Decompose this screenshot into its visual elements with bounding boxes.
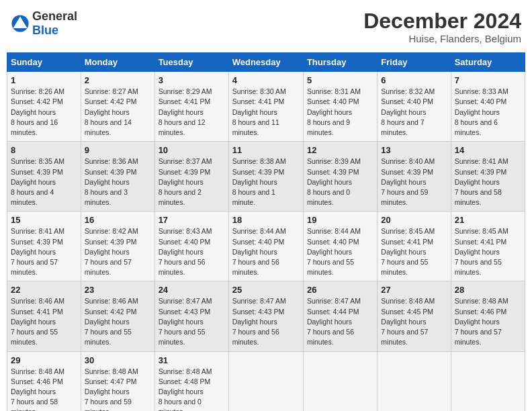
calendar-day-cell: 20 Sunrise: 8:45 AMSunset: 4:41 PMDaylig… (378, 212, 451, 281)
calendar-day-cell: 30 Sunrise: 8:48 AMSunset: 4:47 PMDaylig… (81, 351, 154, 411)
calendar-header-row: SundayMondayTuesdayWednesdayThursdayFrid… (7, 53, 525, 72)
location-title: Huise, Flanders, Belgium (363, 33, 521, 44)
day-number: 28 (455, 285, 521, 295)
calendar-table: SundayMondayTuesdayWednesdayThursdayFrid… (7, 52, 525, 411)
day-detail: Sunrise: 8:31 AMSunset: 4:40 PMDaylight … (307, 87, 361, 136)
calendar-day-cell: 4 Sunrise: 8:30 AMSunset: 4:41 PMDayligh… (228, 72, 303, 142)
day-detail: Sunrise: 8:44 AMSunset: 4:40 PMDaylight … (307, 227, 361, 276)
day-number: 29 (11, 355, 77, 365)
calendar-day-cell: 19 Sunrise: 8:44 AMSunset: 4:40 PMDaylig… (303, 212, 377, 281)
day-detail: Sunrise: 8:40 AMSunset: 4:39 PMDaylight … (381, 157, 435, 206)
day-detail: Sunrise: 8:48 AMSunset: 4:47 PMDaylight … (85, 367, 138, 411)
day-number: 22 (11, 285, 77, 295)
weekday-header: Sunday (7, 53, 81, 72)
weekday-header: Tuesday (154, 53, 228, 72)
calendar-day-cell (378, 351, 451, 411)
logo: General Blue (11, 9, 77, 38)
day-detail: Sunrise: 8:48 AMSunset: 4:46 PMDaylight … (455, 297, 508, 346)
day-detail: Sunrise: 8:47 AMSunset: 4:43 PMDaylight … (159, 297, 212, 346)
day-number: 13 (381, 145, 447, 155)
day-detail: Sunrise: 8:39 AMSunset: 4:39 PMDaylight … (307, 157, 361, 206)
calendar-day-cell: 18 Sunrise: 8:44 AMSunset: 4:40 PMDaylig… (228, 212, 303, 281)
calendar-day-cell: 2 Sunrise: 8:27 AMSunset: 4:42 PMDayligh… (81, 72, 154, 142)
calendar-day-cell (303, 351, 377, 411)
day-number: 4 (232, 75, 300, 85)
month-title: December 2024 (363, 9, 521, 33)
calendar-day-cell: 8 Sunrise: 8:35 AMSunset: 4:39 PMDayligh… (7, 142, 81, 212)
day-number: 20 (381, 215, 447, 225)
weekday-header: Monday (81, 53, 154, 72)
day-number: 12 (307, 145, 373, 155)
day-detail: Sunrise: 8:35 AMSunset: 4:39 PMDaylight … (11, 157, 64, 206)
calendar-day-cell: 27 Sunrise: 8:48 AMSunset: 4:45 PMDaylig… (378, 281, 451, 351)
day-detail: Sunrise: 8:43 AMSunset: 4:40 PMDaylight … (159, 227, 212, 276)
weekday-header: Wednesday (228, 53, 303, 72)
day-detail: Sunrise: 8:46 AMSunset: 4:41 PMDaylight … (11, 297, 64, 346)
calendar-week-row: 29 Sunrise: 8:48 AMSunset: 4:46 PMDaylig… (7, 351, 525, 411)
logo-text: General Blue (32, 9, 77, 38)
calendar-week-row: 15 Sunrise: 8:41 AMSunset: 4:39 PMDaylig… (7, 212, 525, 281)
day-detail: Sunrise: 8:45 AMSunset: 4:41 PMDaylight … (381, 227, 435, 276)
calendar-day-cell: 31 Sunrise: 8:48 AMSunset: 4:48 PMDaylig… (154, 351, 228, 411)
day-number: 25 (232, 285, 300, 295)
day-number: 5 (307, 75, 373, 85)
day-number: 31 (159, 355, 225, 365)
calendar-day-cell: 7 Sunrise: 8:33 AMSunset: 4:40 PMDayligh… (451, 72, 525, 142)
weekday-header: Friday (378, 53, 451, 72)
day-number: 6 (381, 75, 447, 85)
day-detail: Sunrise: 8:47 AMSunset: 4:43 PMDaylight … (232, 297, 286, 346)
day-detail: Sunrise: 8:29 AMSunset: 4:41 PMDaylight … (159, 87, 212, 136)
day-number: 8 (11, 145, 77, 155)
day-number: 9 (85, 145, 151, 155)
day-detail: Sunrise: 8:27 AMSunset: 4:42 PMDaylight … (85, 87, 138, 136)
day-number: 18 (232, 215, 300, 225)
day-detail: Sunrise: 8:48 AMSunset: 4:46 PMDaylight … (11, 367, 64, 411)
calendar-day-cell: 5 Sunrise: 8:31 AMSunset: 4:40 PMDayligh… (303, 72, 377, 142)
day-detail: Sunrise: 8:48 AMSunset: 4:48 PMDaylight … (159, 367, 212, 411)
calendar-day-cell: 3 Sunrise: 8:29 AMSunset: 4:41 PMDayligh… (154, 72, 228, 142)
day-detail: Sunrise: 8:46 AMSunset: 4:42 PMDaylight … (85, 297, 138, 346)
day-detail: Sunrise: 8:44 AMSunset: 4:40 PMDaylight … (232, 227, 286, 276)
day-detail: Sunrise: 8:47 AMSunset: 4:44 PMDaylight … (307, 297, 361, 346)
day-number: 17 (159, 215, 225, 225)
calendar-day-cell: 21 Sunrise: 8:45 AMSunset: 4:41 PMDaylig… (451, 212, 525, 281)
day-detail: Sunrise: 8:36 AMSunset: 4:39 PMDaylight … (85, 157, 138, 206)
day-number: 21 (455, 215, 521, 225)
day-detail: Sunrise: 8:38 AMSunset: 4:39 PMDaylight … (232, 157, 286, 206)
logo-blue: Blue (32, 24, 58, 37)
calendar-day-cell: 15 Sunrise: 8:41 AMSunset: 4:39 PMDaylig… (7, 212, 81, 281)
calendar-day-cell: 11 Sunrise: 8:38 AMSunset: 4:39 PMDaylig… (228, 142, 303, 212)
calendar-day-cell: 26 Sunrise: 8:47 AMSunset: 4:44 PMDaylig… (303, 281, 377, 351)
weekday-header: Thursday (303, 53, 377, 72)
day-detail: Sunrise: 8:26 AMSunset: 4:42 PMDaylight … (11, 87, 64, 136)
day-detail: Sunrise: 8:41 AMSunset: 4:39 PMDaylight … (11, 227, 64, 276)
calendar-day-cell (228, 351, 303, 411)
calendar-week-row: 8 Sunrise: 8:35 AMSunset: 4:39 PMDayligh… (7, 142, 525, 212)
day-number: 15 (11, 215, 77, 225)
day-number: 24 (159, 285, 225, 295)
calendar-day-cell: 12 Sunrise: 8:39 AMSunset: 4:39 PMDaylig… (303, 142, 377, 212)
day-detail: Sunrise: 8:48 AMSunset: 4:45 PMDaylight … (381, 297, 435, 346)
day-number: 19 (307, 215, 373, 225)
calendar-day-cell (451, 351, 525, 411)
svg-rect-2 (15, 26, 26, 29)
day-number: 14 (455, 145, 521, 155)
day-number: 30 (85, 355, 151, 365)
day-number: 16 (85, 215, 151, 225)
calendar-day-cell: 23 Sunrise: 8:46 AMSunset: 4:42 PMDaylig… (81, 281, 154, 351)
day-number: 23 (85, 285, 151, 295)
day-number: 10 (159, 145, 225, 155)
calendar-day-cell: 25 Sunrise: 8:47 AMSunset: 4:43 PMDaylig… (228, 281, 303, 351)
day-detail: Sunrise: 8:42 AMSunset: 4:39 PMDaylight … (85, 227, 138, 276)
calendar-day-cell: 6 Sunrise: 8:32 AMSunset: 4:40 PMDayligh… (378, 72, 451, 142)
day-number: 27 (381, 285, 447, 295)
day-number: 1 (11, 75, 77, 85)
day-detail: Sunrise: 8:33 AMSunset: 4:40 PMDaylight … (455, 87, 508, 136)
calendar-day-cell: 24 Sunrise: 8:47 AMSunset: 4:43 PMDaylig… (154, 281, 228, 351)
calendar-day-cell: 1 Sunrise: 8:26 AMSunset: 4:42 PMDayligh… (7, 72, 81, 142)
calendar-day-cell: 28 Sunrise: 8:48 AMSunset: 4:46 PMDaylig… (451, 281, 525, 351)
calendar-day-cell: 16 Sunrise: 8:42 AMSunset: 4:39 PMDaylig… (81, 212, 154, 281)
calendar-week-row: 1 Sunrise: 8:26 AMSunset: 4:42 PMDayligh… (7, 72, 525, 142)
day-detail: Sunrise: 8:41 AMSunset: 4:39 PMDaylight … (455, 157, 508, 206)
weekday-header: Saturday (451, 53, 525, 72)
